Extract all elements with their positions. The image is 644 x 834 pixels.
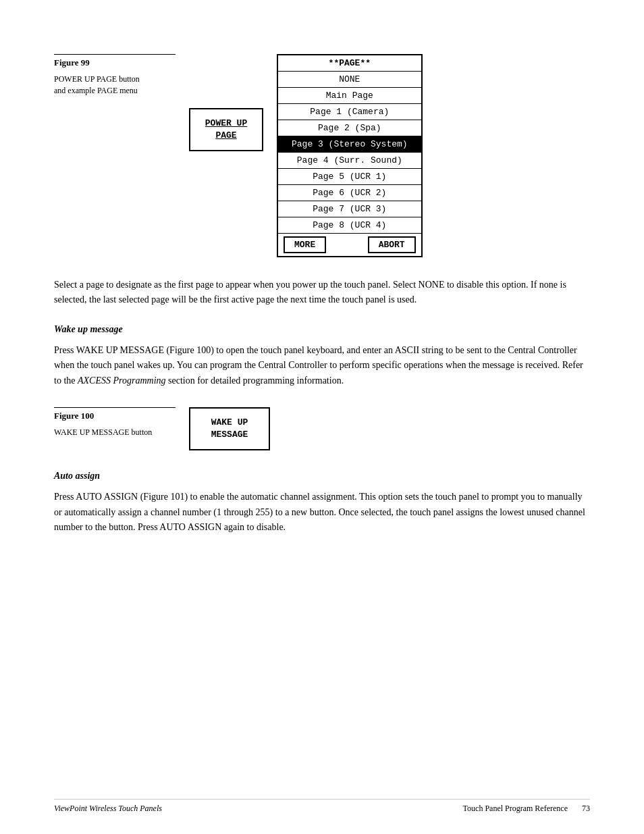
page-menu-title: **PAGE** [278,55,421,72]
page-menu-item-0[interactable]: NONE [278,72,421,88]
footer-left: ViewPoint Wireless Touch Panels [54,804,162,814]
wake-up-message-button[interactable]: WAKE UP MESSAGE [189,407,270,450]
figure-100-caption: WAKE UP MESSAGE button [54,427,176,438]
page-menu-item-7[interactable]: Page 6 (UCR 2) [278,185,421,201]
more-button[interactable]: MORE [284,236,326,253]
figure-100-label-area: Figure 100 WAKE UP MESSAGE button [54,407,189,438]
figure-99-number: Figure 99 [54,54,176,68]
figure-99-section: Figure 99 POWER UP PAGE button and examp… [54,54,590,257]
page-menu: **PAGE** NONEMain PagePage 1 (Camera)Pag… [277,54,423,257]
figure-99-caption: POWER UP PAGE button and example PAGE me… [54,74,176,97]
page-menu-item-6[interactable]: Page 5 (UCR 1) [278,169,421,185]
page-container: Figure 99 POWER UP PAGE button and examp… [0,0,644,834]
auto-assign-para: Press AUTO ASSIGN (Figure 101) to enable… [54,490,590,535]
figure-99-content: POWER UP PAGE **PAGE** NONEMain PagePage… [189,54,423,257]
wake-up-para: Press WAKE UP MESSAGE (Figure 100) to op… [54,343,590,388]
page-menu-item-4[interactable]: Page 3 (Stereo System) [278,136,421,153]
figure-99-label-area: Figure 99 POWER UP PAGE button and examp… [54,54,189,97]
auto-assign-heading: Auto assign [54,471,590,481]
auto-assign-section: Auto assign Press AUTO ASSIGN (Figure 10… [54,471,590,535]
wake-up-heading: Wake up message [54,324,590,335]
abort-button[interactable]: ABORT [368,236,416,253]
page-footer: ViewPoint Wireless Touch Panels Touch Pa… [54,799,590,814]
page-menu-item-1[interactable]: Main Page [278,88,421,104]
page-menu-wrapper: **PAGE** NONEMain PagePage 1 (Camera)Pag… [277,54,423,257]
wake-up-section: Wake up message Press WAKE UP MESSAGE (F… [54,324,590,388]
footer-center: Touch Panel Program Reference 73 [463,804,590,814]
body-para-1: Select a page to designate as the first … [54,278,590,308]
page-menu-item-2[interactable]: Page 1 (Camera) [278,104,421,120]
page-menu-item-5[interactable]: Page 4 (Surr. Sound) [278,153,421,169]
page-menu-item-8[interactable]: Page 7 (UCR 3) [278,201,421,217]
figure-100-number: Figure 100 [54,407,176,421]
power-up-page-button[interactable]: POWER UP PAGE [189,108,263,151]
page-menu-item-9[interactable]: Page 8 (UCR 4) [278,217,421,233]
figure-100-section: Figure 100 WAKE UP MESSAGE button WAKE U… [54,407,590,450]
page-menu-items: NONEMain PagePage 1 (Camera)Page 2 (Spa)… [278,72,421,233]
page-menu-buttons-row: MORE ABORT [278,233,421,256]
page-menu-item-3[interactable]: Page 2 (Spa) [278,120,421,136]
